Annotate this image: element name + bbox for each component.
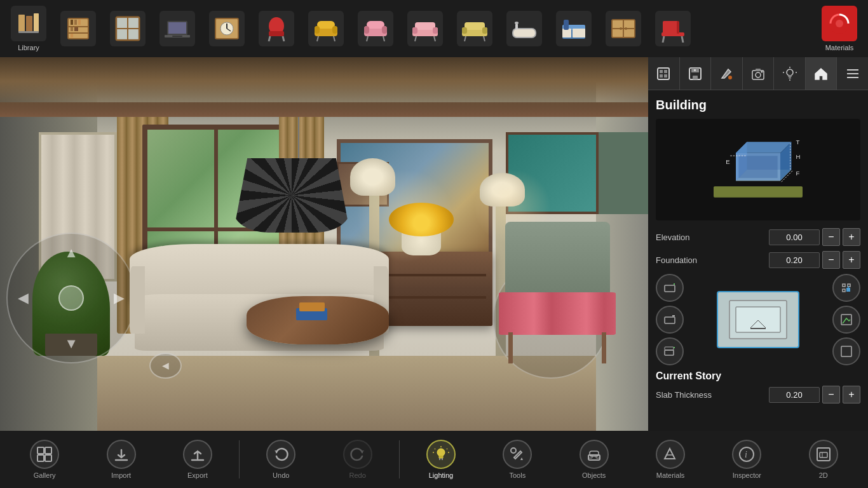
- foundation-plus[interactable]: +: [843, 251, 860, 269]
- svg-text:F: F: [796, 170, 800, 177]
- toolbar-armchair-yellow[interactable]: [304, 3, 348, 54]
- toolbar-library[interactable]: Library: [6, 3, 51, 54]
- rp-select-tool[interactable]: [648, 57, 680, 90]
- slab-thickness-input[interactable]: [769, 387, 820, 403]
- svg-rect-70: [661, 32, 684, 36]
- svg-rect-122: [846, 288, 850, 292]
- svg-rect-88: [756, 69, 761, 71]
- svg-rect-8: [74, 20, 77, 25]
- elevation-minus[interactable]: −: [822, 228, 840, 246]
- toolbar-bathtub[interactable]: [502, 3, 546, 54]
- foundation-minus[interactable]: −: [822, 251, 840, 269]
- svg-line-48: [415, 36, 416, 41]
- svg-line-31: [283, 36, 284, 41]
- toolbar-materials[interactable]: Materials: [817, 3, 862, 54]
- svg-rect-45: [415, 22, 435, 30]
- foundation-label: Foundation: [656, 255, 766, 265]
- nav-center[interactable]: [58, 285, 84, 311]
- bt-import[interactable]: Import: [83, 434, 159, 485]
- svg-rect-149: [820, 452, 827, 458]
- svg-rect-95: [788, 75, 792, 77]
- rp-light-tool[interactable]: [774, 57, 806, 90]
- nav-pan-control[interactable]: ▲ ▼ ◀ ▶: [6, 233, 136, 363]
- gallery-label: Gallery: [34, 471, 56, 479]
- svg-point-75: [836, 20, 843, 27]
- 2d-label: 2D: [819, 471, 828, 479]
- edit-floor-btn[interactable]: [656, 306, 684, 334]
- materials-icon: [656, 440, 685, 469]
- bt-export[interactable]: Export: [159, 434, 236, 485]
- elevation-input[interactable]: [769, 229, 820, 245]
- toolbar-storage[interactable]: [601, 3, 646, 54]
- toolbar-chair-red[interactable]: [254, 3, 299, 54]
- rp-save-tool[interactable]: [680, 57, 712, 90]
- objects-icon: [580, 440, 609, 469]
- svg-point-58: [515, 22, 519, 24]
- rp-home-tool[interactable]: [806, 57, 837, 90]
- bt-undo[interactable]: Undo: [243, 434, 319, 485]
- svg-rect-33: [317, 21, 335, 29]
- slab-thickness-plus[interactable]: +: [843, 386, 860, 403]
- objects-label: Objects: [582, 471, 606, 479]
- toolbar-laptop[interactable]: [155, 3, 200, 54]
- bt-2d[interactable]: 2D: [785, 434, 862, 485]
- toolbar-clock[interactable]: [205, 3, 249, 54]
- bt-tools[interactable]: Tools: [479, 434, 555, 485]
- svg-rect-11: [74, 27, 78, 31]
- slab-thickness-label: Slab Thickness: [656, 390, 766, 400]
- toolbar-bookcase[interactable]: [56, 3, 100, 54]
- svg-rect-126: [37, 447, 44, 454]
- svg-rect-61: [562, 29, 571, 37]
- foundation-input[interactable]: [769, 252, 820, 268]
- svg-rect-5: [68, 26, 88, 27]
- scene-viewport[interactable]: ▲ ▼ ◀ ▶ ◀ ✛: [0, 57, 648, 431]
- bt-materials[interactable]: Materials: [632, 434, 709, 485]
- grid-btn[interactable]: [832, 306, 860, 334]
- undo-label: Undo: [273, 471, 289, 479]
- svg-rect-3: [18, 31, 39, 33]
- slab-thickness-minus[interactable]: −: [822, 386, 840, 403]
- nav-right-arrow[interactable]: ▶: [114, 290, 125, 306]
- lighting-label: Lighting: [429, 471, 454, 479]
- slab-thickness-row: Slab Thickness − +: [656, 386, 860, 403]
- bt-gallery[interactable]: Gallery: [6, 434, 83, 485]
- toolbar-sofa-yellow[interactable]: [452, 3, 497, 54]
- add-story-btn[interactable]: [656, 337, 684, 365]
- lighting-icon: [426, 440, 456, 469]
- snap-btn[interactable]: [832, 274, 860, 302]
- bt-objects[interactable]: Objects: [556, 434, 632, 485]
- bt-inspector[interactable]: i Inspector: [709, 434, 785, 485]
- svg-rect-78: [664, 70, 667, 73]
- svg-rect-18: [117, 29, 127, 39]
- svg-rect-127: [45, 447, 51, 454]
- svg-rect-79: [660, 74, 663, 78]
- gallery-icon: [30, 440, 59, 469]
- bottom-toolbar: Gallery Import Export Undo: [0, 431, 868, 488]
- nav-left[interactable]: ◀: [18, 290, 29, 306]
- svg-line-43: [383, 36, 384, 41]
- bt-redo[interactable]: Redo: [319, 434, 395, 485]
- rp-camera-tool[interactable]: [743, 57, 775, 90]
- inspector-icon: i: [732, 440, 761, 469]
- elevation-plus[interactable]: +: [843, 228, 860, 246]
- svg-rect-35: [332, 26, 337, 34]
- toolbar-chair-side[interactable]: [651, 3, 695, 54]
- nav-zoom[interactable]: ◀: [149, 353, 182, 379]
- rp-list-tool[interactable]: [837, 57, 868, 90]
- redo-label: Redo: [349, 471, 365, 479]
- toolbar-bed[interactable]: [552, 3, 596, 54]
- add-floor-btn[interactable]: [656, 274, 684, 302]
- floor-plan-thumbnail[interactable]: [717, 291, 799, 348]
- nav-up[interactable]: ▲: [64, 245, 78, 261]
- bt-lighting[interactable]: Lighting: [403, 434, 479, 485]
- svg-rect-16: [117, 18, 127, 28]
- svg-rect-1: [26, 16, 32, 32]
- toolbar-window[interactable]: [105, 3, 150, 54]
- toolbar-sofa-pink[interactable]: [403, 3, 447, 54]
- toolbar-armchair-pink[interactable]: [353, 3, 398, 54]
- svg-rect-129: [45, 455, 51, 461]
- rp-paint-tool[interactable]: [711, 57, 743, 90]
- nav-down[interactable]: ▼: [64, 336, 78, 352]
- measure-btn[interactable]: [832, 337, 860, 365]
- svg-rect-69: [663, 21, 678, 34]
